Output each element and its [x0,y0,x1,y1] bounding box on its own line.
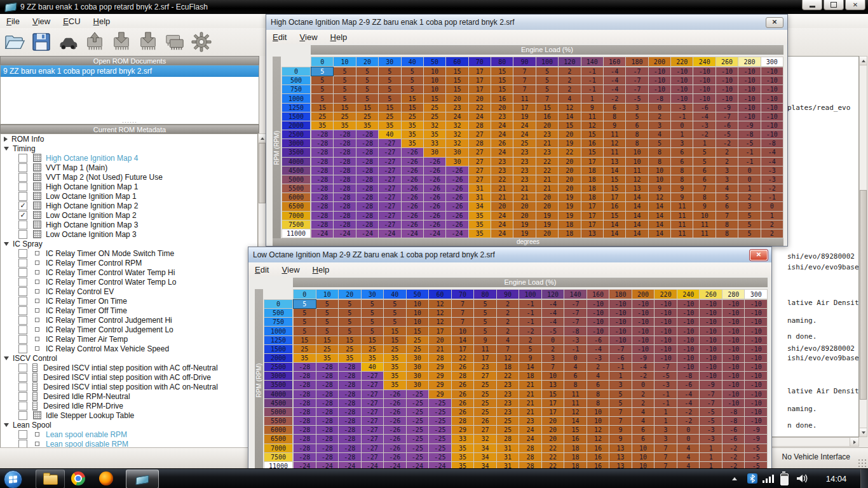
map-cell[interactable]: 25 [402,112,423,121]
col-header[interactable]: 20 [339,290,361,299]
map-cell[interactable]: 15 [402,104,423,112]
map-cell[interactable]: -10 [738,76,760,85]
map-cell[interactable]: -28 [339,363,361,371]
map-cell[interactable]: 14 [559,112,580,121]
map-cell[interactable]: -2 [761,184,783,193]
map-cell[interactable]: -7 [716,112,738,121]
map-cell[interactable]: 23 [536,148,558,156]
map-cell[interactable]: -26 [446,175,468,184]
col-header[interactable]: 160 [587,290,609,299]
map-cell[interactable]: 2 [497,300,519,308]
map-cell[interactable]: 12 [497,354,519,362]
read-from-ecu-icon[interactable] [83,30,107,54]
map-cell[interactable]: -10 [722,354,745,362]
col-header[interactable]: 80 [491,57,513,66]
map-cell[interactable]: 35 [452,444,474,452]
map-cell[interactable]: 24 [491,212,513,220]
map-cell[interactable]: 26 [452,363,474,371]
map-cell[interactable]: 5 [536,85,558,93]
map-cell[interactable]: -1 [581,76,603,85]
map-cell[interactable]: 9 [474,336,496,344]
map-cell[interactable]: 3 [626,104,648,112]
map-cell[interactable]: -7 [609,345,632,353]
map-cell[interactable]: 11 [604,148,625,156]
map-cell[interactable]: 35 [379,121,400,130]
tree-item-ic-relay-timer-control-water-temp-lo[interactable]: IC Relay Timer Control Water Temp Lo [1,277,257,287]
map-cell[interactable]: 23 [497,381,519,389]
checkbox[interactable] [18,268,27,277]
tree-item-vvt-map-1-main-[interactable]: VVT Map 1 (Main) [1,163,257,172]
map-cell[interactable]: -10 [722,363,745,371]
map-cell[interactable]: -10 [677,309,700,317]
map-cell[interactable]: 17 [513,104,535,112]
map-cell[interactable]: -10 [745,354,767,362]
map-cell[interactable]: -27 [379,166,400,175]
map-cell[interactable]: -3 [564,336,587,344]
map-cell[interactable]: 5 [334,94,355,102]
map-cell[interactable]: 8 [587,399,609,407]
map-cell[interactable]: -28 [339,453,361,461]
map-cell[interactable]: 26 [491,139,513,147]
tree-item-high-octane-ignition-map-2[interactable]: ✓High Octane Ignition Map 2 [1,201,257,210]
map-cell[interactable]: -28 [294,390,316,398]
map-cell[interactable]: 1 [654,417,677,425]
map-cell[interactable]: 1 [693,139,715,147]
map-cell[interactable]: 9 [671,193,693,201]
map-cell[interactable]: 12 [587,426,609,434]
map-cell[interactable]: 16 [564,435,587,443]
map-cell[interactable]: -26 [384,390,406,398]
map-cell[interactable]: 5 [536,67,558,76]
map-cell[interactable]: -28 [316,381,339,389]
map-cell[interactable]: 12 [626,175,648,184]
map-cell[interactable]: -26 [384,417,406,425]
map-cell[interactable]: -28 [316,390,339,398]
map-cell[interactable]: 12 [429,309,451,317]
map-cell[interactable]: 18 [581,175,603,184]
checkbox[interactable] [18,287,27,296]
map-cell[interactable]: -27 [379,193,400,201]
map-cell[interactable]: -28 [294,381,316,389]
map-cell[interactable]: -28 [294,426,316,434]
map-cell[interactable]: -2 [604,94,625,102]
map-cell[interactable]: 1 [671,130,693,139]
map-cell[interactable]: 9 [604,121,625,130]
map-cell[interactable]: -10 [745,327,767,335]
map-cell[interactable]: 30 [424,148,445,156]
map-cell[interactable]: -28 [356,184,378,193]
col-header[interactable]: 10 [316,290,339,299]
col-header[interactable]: 40 [402,57,423,66]
map-cell[interactable]: -28 [316,426,339,434]
map-cell[interactable]: 5 [536,76,558,85]
resize-grip[interactable] [858,459,867,468]
map-cell[interactable]: 23 [446,104,468,112]
map-cell[interactable]: 12 [429,318,451,326]
map-cell[interactable]: 25 [474,408,496,416]
row-header[interactable]: 5000 [282,175,310,184]
map-cell[interactable]: 0 [738,166,760,175]
map-cell[interactable]: 25 [294,345,316,353]
map-cell[interactable]: -10 [700,318,722,326]
map-cell[interactable]: -10 [722,390,745,398]
map-cell[interactable]: 12 [649,193,670,201]
map-cell[interactable]: -10 [716,76,738,85]
map-cell[interactable]: 5 [738,229,760,238]
map-cell[interactable]: -1 [581,85,603,93]
map-cell[interactable]: 10 [452,327,474,335]
map-cell[interactable]: -1 [581,67,603,76]
map-cell[interactable]: 4 [649,130,670,139]
row-header[interactable]: 1250 [264,336,292,344]
map-cell[interactable]: 32 [446,139,468,147]
map-cell[interactable]: -10 [722,399,745,407]
map-cell[interactable]: 7 [513,76,535,85]
col-header[interactable]: 180 [609,290,632,299]
map-cell[interactable]: 17 [581,202,603,210]
map-cell[interactable]: 20 [559,130,580,139]
map-cell[interactable]: 18 [497,363,519,371]
map-cell[interactable]: 27 [474,426,496,434]
col-header[interactable]: 80 [474,290,496,299]
map-cell[interactable]: 6 [587,381,609,389]
map-cell[interactable]: 9 [519,354,541,362]
map-cell[interactable]: 8 [649,158,670,166]
map-cell[interactable]: -1 [654,399,677,407]
map-cell[interactable]: -28 [316,417,339,425]
